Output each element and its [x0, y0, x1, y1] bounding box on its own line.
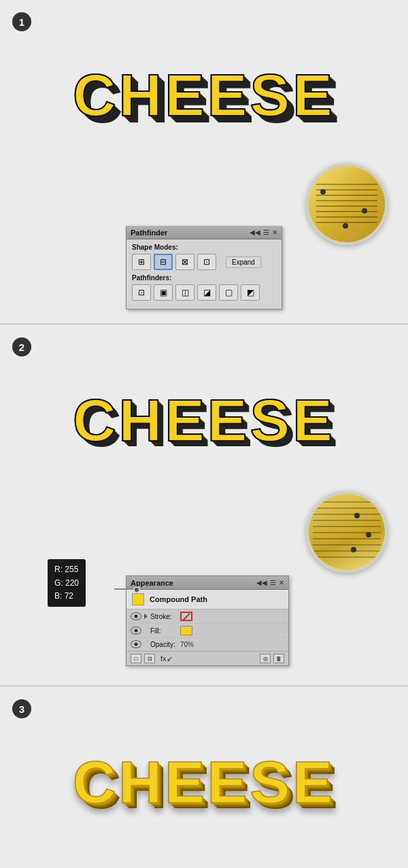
opacity-value: 70%	[180, 641, 194, 648]
unite-btn[interactable]: ⊞	[132, 254, 151, 270]
cheese-area-2: CHEESE	[0, 352, 408, 488]
panel-controls: ◀◀ ☰ ✕	[250, 229, 277, 236]
pathfinders-label: Pathfinders:	[132, 274, 276, 282]
appearance-footer: □ ⊡ fx↙ ◎ 🗑	[126, 651, 288, 665]
pathfinders-row: ⊡ ▣ ◫ ◪ ▢ ◩	[132, 284, 276, 301]
stroke-label: Stroke:	[150, 613, 177, 620]
magnifier-1-inner	[309, 166, 385, 242]
compound-path-label: Compound Path	[150, 595, 207, 603]
appearance-title: Appearance	[131, 579, 173, 587]
opacity-eye-icon[interactable]	[131, 640, 141, 648]
step-number-2: 2	[12, 337, 31, 356]
fx-button[interactable]: fx↙	[160, 654, 173, 663]
panel-menu-icon[interactable]: ☰	[263, 229, 269, 236]
outline-btn[interactable]: ▢	[219, 284, 238, 301]
appearance-panel: Appearance ◀◀ ☰ ✕ Compound Path Stroke:	[126, 575, 289, 666]
anchor-point-1	[320, 189, 326, 195]
magnifier-1	[306, 163, 388, 245]
appearance-close-icon[interactable]: ✕	[279, 579, 284, 586]
shape-modes-label: Shape Modes:	[132, 244, 276, 251]
pathfinder-titlebar: Pathfinder ◀◀ ☰ ✕	[126, 226, 282, 239]
fill-swatch[interactable]	[180, 626, 192, 635]
panel-close-icon[interactable]: ✕	[272, 229, 277, 236]
cheese-text-1: CHEESE	[73, 61, 335, 130]
magnifier-2	[306, 491, 388, 573]
tooltip-connector-dot	[133, 586, 140, 593]
shape-modes-row: ⊞ ⊟ ⊠ ⊡ Expand	[132, 254, 276, 270]
duplicate-icon[interactable]: ⊡	[144, 654, 155, 663]
cheese-text-2: CHEESE	[73, 386, 335, 455]
exclude-btn[interactable]: ⊡	[197, 254, 216, 270]
anchor-2-2	[366, 532, 371, 537]
expand-button[interactable]: Expand	[226, 256, 261, 268]
cheese-text-3: CHEESE	[73, 748, 335, 817]
anchor-2-1	[354, 513, 360, 518]
stroke-eye-icon[interactable]	[131, 612, 141, 620]
pathfinder-body: Shape Modes: ⊞ ⊟ ⊠ ⊡ Expand Pathfinders:…	[126, 239, 282, 309]
panel-collapse-icon[interactable]: ◀◀	[250, 229, 260, 236]
step-number-1: 1	[12, 12, 31, 31]
color-tooltip: R: 255 G: 220 B: 72	[48, 559, 86, 607]
anchor-point-3	[343, 223, 348, 229]
compound-path-row: Compound Path	[126, 590, 288, 610]
trim-btn[interactable]: ▣	[154, 284, 173, 301]
new-layer-icon[interactable]: □	[131, 654, 141, 663]
minus-back-btn[interactable]: ◩	[241, 284, 260, 301]
compound-path-swatch	[132, 593, 144, 605]
section-3: 3 CHEESE	[0, 686, 408, 868]
tooltip-connector-line	[114, 588, 135, 590]
fill-row[interactable]: Fill:	[126, 624, 288, 638]
appearance-collapse-icon[interactable]: ◀◀	[256, 579, 267, 586]
anchor-point-2	[362, 208, 367, 214]
intersect-btn[interactable]: ⊠	[175, 254, 194, 270]
minus-front-btn[interactable]: ⊟	[154, 254, 173, 270]
stroke-swatch[interactable]	[180, 612, 192, 621]
section-2: 2 CHEESE Appearance ◀◀ ☰ ✕ Compound Path	[0, 324, 408, 685]
stroke-expand-icon[interactable]	[144, 614, 148, 619]
stroke-row[interactable]: Stroke:	[126, 610, 288, 624]
section-1: 1 CHEESE Pathfinder ◀◀ ☰ ✕ Shape Modes: …	[0, 0, 408, 323]
merge-btn[interactable]: ◫	[175, 284, 194, 301]
hide-icon[interactable]: ◎	[260, 654, 271, 663]
pathfinder-panel: Pathfinder ◀◀ ☰ ✕ Shape Modes: ⊞ ⊟ ⊠ ⊡ E…	[126, 226, 282, 310]
fill-eye-icon[interactable]	[131, 627, 141, 635]
divide-btn[interactable]: ⊡	[132, 284, 151, 301]
opacity-row[interactable]: Opacity: 70%	[126, 638, 288, 651]
anchor-2-3	[351, 547, 356, 552]
appearance-controls: ◀◀ ☰ ✕	[256, 579, 284, 586]
delete-icon[interactable]: 🗑	[273, 654, 284, 663]
pathfinder-title: Pathfinder	[131, 229, 167, 237]
g-value: G: 220	[54, 577, 79, 590]
cheese-area-1: CHEESE	[0, 27, 408, 163]
step-number-3: 3	[12, 699, 31, 718]
appearance-titlebar: Appearance ◀◀ ☰ ✕	[126, 576, 288, 590]
crop-btn[interactable]: ◪	[197, 284, 216, 301]
r-value: R: 255	[54, 563, 79, 576]
magnifier-2-inner	[309, 494, 385, 570]
fill-label: Fill:	[150, 627, 177, 635]
opacity-label: Opacity:	[150, 641, 177, 648]
b-value: B: 72	[54, 590, 79, 603]
appearance-menu-icon[interactable]: ☰	[270, 579, 276, 586]
cheese-area-3: CHEESE	[0, 714, 408, 850]
